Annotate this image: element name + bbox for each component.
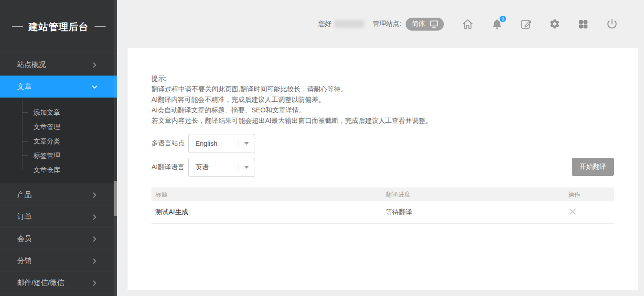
sidebar-item-tag-management[interactable]: 标签管理 xyxy=(0,148,117,163)
username-redacted xyxy=(334,20,364,28)
sidebar-item-add-article[interactable]: 添加文章 xyxy=(0,105,117,120)
ai-translate-lang-select-value: 英语 xyxy=(189,163,238,172)
edit-icon[interactable] xyxy=(520,18,532,30)
sidebar-item-orders[interactable]: 订单 xyxy=(0,206,117,228)
content-card: 提示: 翻译过程中请不要关闭此页面,翻译时间可能比较长，请耐心等待。 AI翻译内… xyxy=(128,48,638,290)
chevron-right-icon xyxy=(90,257,99,265)
start-translation-button[interactable]: 开始翻译 xyxy=(572,158,614,176)
logout-power-icon[interactable] xyxy=(606,18,618,30)
sidebar-bottom-divider xyxy=(0,294,117,296)
sidebar-item-article-category[interactable]: 文章分类 xyxy=(0,134,117,148)
sidebar-item-distribution[interactable]: 分销 xyxy=(0,250,117,272)
table-header-row: 标题 翻译进度 操作 xyxy=(151,187,614,201)
sidebar: 建站管理后台 站点概况 文章 添加文章 文章管理 文章分类 标签管理 文章仓库 … xyxy=(0,0,117,296)
notifications-bell-icon[interactable]: 0 xyxy=(491,18,503,30)
greeting-text: 您好 xyxy=(318,20,332,28)
notification-count-badge: 0 xyxy=(499,15,506,22)
translation-table: 标题 翻译进度 操作 测试AI生成 等待翻译 xyxy=(151,187,614,224)
sidebar-scrollbar-thumb[interactable] xyxy=(114,181,117,216)
language-badge[interactable]: 简体 xyxy=(406,18,444,31)
chevron-right-icon xyxy=(90,213,99,221)
articles-submenu: 添加文章 文章管理 文章分类 标签管理 文章仓库 xyxy=(0,98,117,184)
language-badge-label: 简体 xyxy=(412,20,425,28)
tip-line: AI翻译内容可能会不精准，完成后建议人工调整以防偏差。 xyxy=(151,94,614,105)
multilang-site-select[interactable]: English xyxy=(188,134,255,153)
manage-site-label: 管理站点: xyxy=(373,20,401,28)
topbar: 您好 管理站点: 简体 0 xyxy=(117,0,644,48)
table-header-progress: 翻译进度 xyxy=(386,190,568,199)
sidebar-item-label: 站点概况 xyxy=(17,60,46,69)
ai-translate-lang-label: AI翻译语言 xyxy=(151,163,188,172)
select-caret-zone xyxy=(238,166,255,169)
sidebar-item-label: 邮件/短信/微信 xyxy=(17,278,64,287)
multilang-site-field-row: 多语言站点 English xyxy=(151,134,614,153)
table-header-action: 操作 xyxy=(568,190,614,199)
sidebar-item-products[interactable]: 产品 xyxy=(0,184,117,206)
sidebar-item-site-overview[interactable]: 站点概况 xyxy=(0,54,117,76)
settings-gear-icon[interactable] xyxy=(549,18,560,30)
row-translation-status: 等待翻译 xyxy=(386,208,568,217)
select-caret-zone xyxy=(238,142,255,145)
sidebar-item-label: 分销 xyxy=(17,256,32,265)
monitor-icon xyxy=(429,20,439,28)
sidebar-item-article-library[interactable]: 文章仓库 xyxy=(0,163,117,177)
tips-block: 提示: 翻译过程中请不要关闭此页面,翻译时间可能比较长，请耐心等待。 AI翻译内… xyxy=(151,73,614,126)
chevron-right-icon xyxy=(90,191,99,199)
table-header-title: 标题 xyxy=(151,190,386,199)
multilang-site-select-value: English xyxy=(189,140,238,147)
row-action-cell xyxy=(568,207,614,218)
title-dash-left xyxy=(12,26,23,27)
sidebar-item-label: 文章 xyxy=(17,82,32,91)
chevron-down-icon xyxy=(90,83,99,91)
sidebar-item-article-management[interactable]: 文章管理 xyxy=(0,120,117,134)
sidebar-item-label: 会员 xyxy=(17,234,32,243)
caret-down-icon xyxy=(244,166,249,169)
home-icon[interactable] xyxy=(462,18,474,30)
sidebar-item-label: 订单 xyxy=(17,212,32,221)
sidebar-item-articles[interactable]: 文章 xyxy=(0,76,117,98)
row-article-title: 测试AI生成 xyxy=(151,208,386,217)
tips-title: 提示: xyxy=(151,73,614,84)
ai-translate-lang-select[interactable]: 英语 xyxy=(188,158,255,177)
sidebar-item-members[interactable]: 会员 xyxy=(0,228,117,250)
apps-grid-icon[interactable] xyxy=(578,19,589,30)
chevron-right-icon xyxy=(90,279,99,287)
ai-translate-lang-field-row: AI翻译语言 英语 xyxy=(151,158,614,177)
remove-row-x-icon[interactable] xyxy=(568,207,577,216)
app-title-text: 建站管理后台 xyxy=(29,21,89,33)
app-title: 建站管理后台 xyxy=(0,0,117,54)
sidebar-scrollbar-track xyxy=(114,0,117,296)
sidebar-item-mail-sms-wechat[interactable]: 邮件/短信/微信 xyxy=(0,272,117,294)
chevron-right-icon xyxy=(90,61,99,69)
sidebar-item-label: 产品 xyxy=(17,190,32,199)
caret-down-icon xyxy=(244,142,249,145)
tip-line: AI会自动翻译文章的标题、摘要、SEO和文章详情。 xyxy=(151,105,614,115)
title-dash-right xyxy=(95,26,106,27)
chevron-right-icon xyxy=(90,235,99,243)
tip-line: 翻译过程中请不要关闭此页面,翻译时间可能比较长，请耐心等待。 xyxy=(151,84,614,94)
table-row: 测试AI生成 等待翻译 xyxy=(151,201,614,224)
tip-line: 若文章内容过长，翻译结果可能会超出AI最大输出窗口而被截断，完成后建议人工查看并… xyxy=(151,115,614,126)
multilang-site-label: 多语言站点 xyxy=(151,139,188,148)
